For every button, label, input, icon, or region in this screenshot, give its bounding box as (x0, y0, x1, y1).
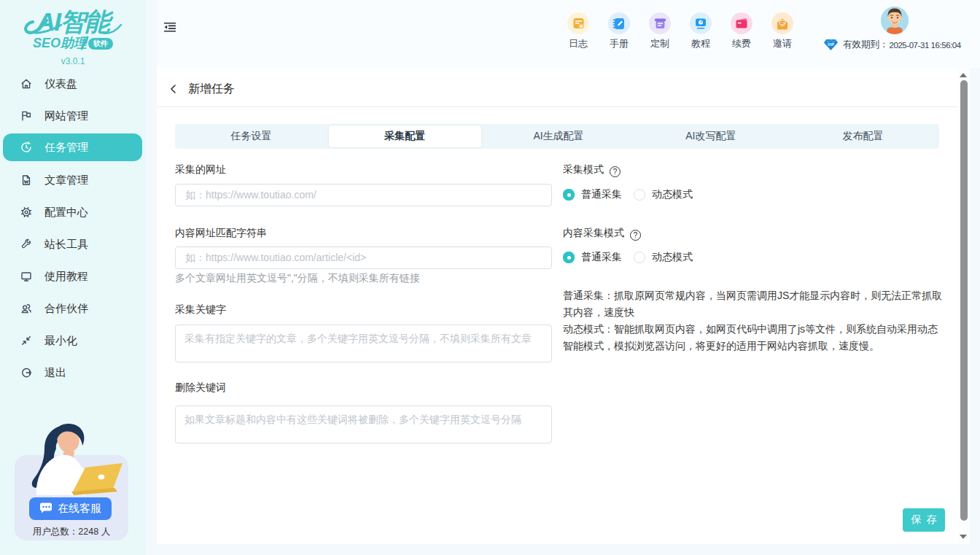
svg-text:VIP: VIP (828, 42, 834, 47)
